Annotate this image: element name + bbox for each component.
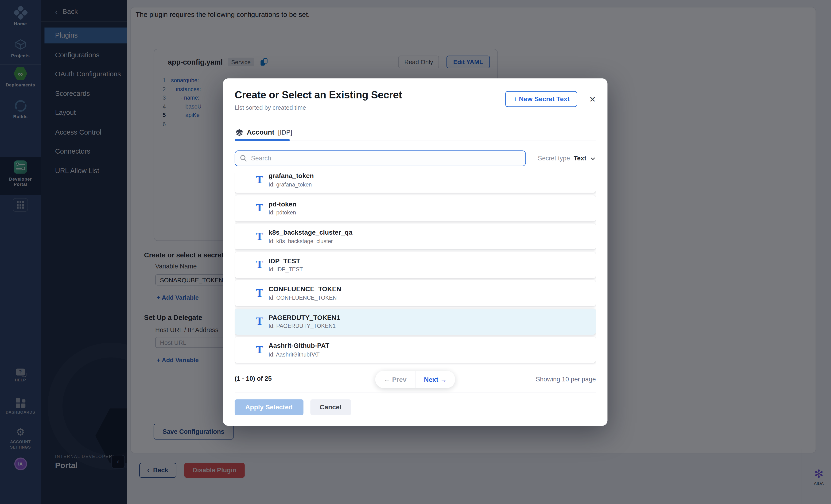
text-secret-icon: T [256,287,263,298]
secret-row[interactable]: T pd-token Id: pdtoken [235,195,596,221]
prev-page-button[interactable]: ← Prev [375,370,415,388]
apply-selected-button[interactable]: Apply Selected [235,399,303,415]
new-secret-text-button[interactable]: + New Secret Text [505,91,578,107]
pagination-controls: ← Prev Next → [375,370,455,388]
secret-row[interactable]: T CONFLUENCE_TOKEN Id: CONFLUENCE_TOKEN [235,280,596,306]
secret-row[interactable]: T Aashrit-Github-PAT Id: AashritGithubPA… [235,337,596,363]
text-secret-icon: T [256,259,263,270]
pagination: (1 - 10) of 25 ← Prev Next → Showing 10 … [235,370,596,388]
tab-active-underline [235,139,290,141]
per-page-text: Showing 10 per page [536,376,596,383]
pagination-range: (1 - 10) of 25 [235,375,272,382]
secret-row-selected[interactable]: T PAGERDUTY_TOKEN1 Id: PAGERDUTY_TOKEN1 [235,308,596,334]
next-page-button[interactable]: Next → [416,370,455,388]
modal-title: Create or Select an Existing Secret [235,89,402,101]
text-secret-icon: T [256,230,263,242]
close-icon[interactable]: ✕ [589,95,596,103]
search-icon [239,154,247,162]
modal-header: Create or Select an Existing Secret List… [235,89,596,111]
secret-row[interactable]: T k8s_backstage_cluster_qa Id: k8s_backs… [235,224,596,249]
text-secret-icon: T [256,174,263,185]
cancel-button[interactable]: Cancel [310,399,351,415]
secret-type-value: Text [574,154,586,162]
tab-label: Account [247,128,274,136]
search-input[interactable] [235,150,526,166]
secret-row[interactable]: T IDP_TEST Id: IDP_TEST [235,252,596,277]
secret-list: T grafana_token Id: grafana_token T pd-t… [235,173,596,366]
tab-scope: [IDP] [278,128,292,136]
layers-icon [236,128,243,136]
app-window: Home Projects ∞ Deployments Builds Devel… [0,0,831,504]
modal-footer-actions: Apply Selected Cancel [235,399,351,415]
text-secret-icon: T [256,202,263,213]
tab-account-idp[interactable]: Account [IDP] [235,124,296,140]
secret-select-modal: Create or Select an Existing Secret List… [223,79,607,426]
text-secret-icon: T [256,315,263,327]
text-secret-icon: T [256,344,263,355]
modal-tabs: Account [IDP] [235,124,596,141]
chevron-down-icon [590,155,596,161]
secret-type-dropdown[interactable]: Secret type Text [538,154,596,162]
secret-row[interactable]: T grafana_token Id: grafana_token [235,173,596,193]
secret-type-label: Secret type [538,154,570,162]
modal-search-row: Secret type Text [235,150,596,166]
modal-footer-divider [235,392,596,392]
modal-subtitle: List sorted by created time [235,104,402,111]
